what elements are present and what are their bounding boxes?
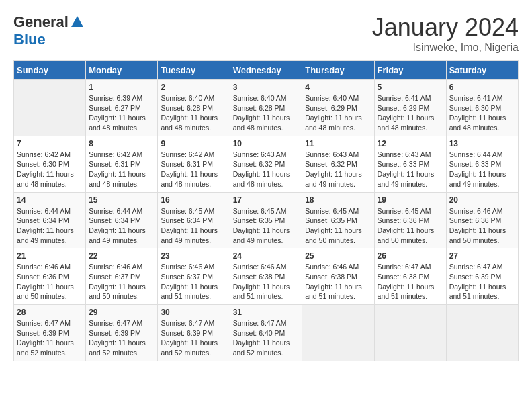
cell-info: Daylight: 11 hours and 48 minutes. [89, 113, 154, 132]
cell-info: Sunset: 6:36 PM [17, 272, 83, 282]
calendar-cell [374, 305, 446, 361]
cell-info: Sunset: 6:39 PM [449, 272, 515, 282]
day-number: 11 [305, 139, 371, 148]
cell-info: Sunrise: 6:47 AM [233, 318, 300, 328]
cell-info: Sunset: 6:34 PM [161, 216, 226, 226]
calendar-week-4: 21Sunrise: 6:46 AMSunset: 6:36 PMDayligh… [14, 248, 519, 305]
calendar-cell: 3Sunrise: 6:40 AMSunset: 6:28 PMDaylight… [230, 80, 302, 136]
cell-info: Sunrise: 6:46 AM [449, 206, 515, 216]
cell-info: Sunrise: 6:46 AM [161, 262, 226, 272]
day-header-friday: Friday [374, 61, 446, 80]
cell-info: Sunrise: 6:40 AM [233, 93, 300, 103]
cell-info: Sunset: 6:32 PM [305, 159, 371, 169]
calendar-week-5: 28Sunrise: 6:47 AMSunset: 6:39 PMDayligh… [14, 305, 519, 361]
calendar-cell: 6Sunrise: 6:41 AMSunset: 6:30 PMDaylight… [446, 80, 518, 136]
cell-info: Daylight: 11 hours and 49 minutes. [449, 169, 515, 189]
cell-info: Sunset: 6:31 PM [89, 159, 154, 169]
cell-info: Sunrise: 6:41 AM [449, 93, 515, 103]
day-number: 22 [89, 251, 154, 261]
cell-info: Sunset: 6:29 PM [378, 103, 443, 113]
cell-info: Sunrise: 6:47 AM [161, 318, 226, 328]
cell-info: Sunset: 6:40 PM [233, 328, 300, 338]
calendar-cell: 29Sunrise: 6:47 AMSunset: 6:39 PMDayligh… [86, 305, 158, 361]
cell-info: Sunset: 6:31 PM [161, 159, 226, 169]
day-header-monday: Monday [86, 61, 158, 80]
cell-info: Sunset: 6:34 PM [89, 216, 154, 226]
cell-info: Sunset: 6:37 PM [161, 272, 226, 282]
svg-marker-0 [71, 16, 83, 27]
day-number: 2 [161, 83, 226, 92]
day-number: 15 [89, 195, 154, 205]
cell-info: Sunrise: 6:47 AM [378, 262, 443, 272]
cell-info: Sunset: 6:29 PM [305, 103, 371, 113]
calendar-cell: 27Sunrise: 6:47 AMSunset: 6:39 PMDayligh… [446, 248, 518, 305]
day-header-tuesday: Tuesday [158, 61, 230, 80]
cell-info: Daylight: 11 hours and 52 minutes. [89, 338, 154, 357]
calendar-table: SundayMondayTuesdayWednesdayThursdayFrid… [13, 60, 519, 361]
cell-info: Sunrise: 6:45 AM [305, 206, 371, 216]
day-number: 20 [449, 195, 515, 205]
month-title: January 2024 [372, 13, 519, 42]
day-number: 12 [378, 139, 443, 148]
cell-info: Sunrise: 6:45 AM [233, 206, 300, 216]
cell-info: Sunrise: 6:46 AM [233, 262, 300, 272]
cell-info: Daylight: 11 hours and 52 minutes. [161, 338, 226, 357]
calendar-cell [446, 305, 518, 361]
calendar-cell [14, 80, 86, 136]
calendar-cell: 30Sunrise: 6:47 AMSunset: 6:39 PMDayligh… [158, 305, 230, 361]
day-number: 13 [449, 139, 515, 148]
day-header-thursday: Thursday [302, 61, 374, 80]
cell-info: Daylight: 11 hours and 49 minutes. [89, 226, 154, 245]
cell-info: Sunrise: 6:47 AM [17, 318, 83, 328]
cell-info: Sunset: 6:27 PM [89, 103, 154, 113]
cell-info: Daylight: 11 hours and 48 minutes. [89, 169, 154, 189]
day-number: 6 [449, 83, 515, 92]
cell-info: Sunset: 6:28 PM [161, 103, 226, 113]
logo-blue-text: Blue [13, 31, 46, 48]
cell-info: Daylight: 11 hours and 51 minutes. [305, 282, 371, 302]
cell-info: Daylight: 11 hours and 48 minutes. [161, 169, 226, 189]
cell-info: Sunset: 6:35 PM [305, 216, 371, 226]
cell-info: Sunrise: 6:46 AM [89, 262, 154, 272]
day-number: 30 [161, 308, 226, 317]
cell-info: Daylight: 11 hours and 51 minutes. [161, 282, 226, 302]
calendar-cell: 18Sunrise: 6:45 AMSunset: 6:35 PMDayligh… [302, 192, 374, 248]
logo: General Blue [13, 13, 85, 48]
day-header-wednesday: Wednesday [230, 61, 302, 80]
day-number: 10 [233, 139, 300, 148]
cell-info: Sunrise: 6:44 AM [89, 206, 154, 216]
location-title: Isinweke, Imo, Nigeria [372, 42, 519, 54]
cell-info: Sunset: 6:39 PM [89, 328, 154, 338]
cell-info: Daylight: 11 hours and 50 minutes. [449, 226, 515, 245]
cell-info: Daylight: 11 hours and 48 minutes. [17, 169, 83, 189]
calendar-cell: 11Sunrise: 6:43 AMSunset: 6:32 PMDayligh… [302, 136, 374, 192]
cell-info: Sunrise: 6:43 AM [233, 150, 300, 160]
cell-info: Daylight: 11 hours and 48 minutes. [449, 113, 515, 132]
calendar-week-3: 14Sunrise: 6:44 AMSunset: 6:34 PMDayligh… [14, 192, 519, 248]
calendar-cell: 19Sunrise: 6:45 AMSunset: 6:36 PMDayligh… [374, 192, 446, 248]
title-block: January 2024 Isinweke, Imo, Nigeria [372, 13, 519, 54]
cell-info: Sunset: 6:36 PM [378, 216, 443, 226]
cell-info: Sunrise: 6:45 AM [378, 206, 443, 216]
day-header-saturday: Saturday [446, 61, 518, 80]
calendar-cell: 24Sunrise: 6:46 AMSunset: 6:38 PMDayligh… [230, 248, 302, 305]
cell-info: Sunset: 6:30 PM [449, 103, 515, 113]
day-number: 28 [17, 308, 83, 317]
day-number: 29 [89, 308, 154, 317]
cell-info: Sunset: 6:33 PM [449, 159, 515, 169]
cell-info: Daylight: 11 hours and 48 minutes. [378, 113, 443, 132]
cell-info: Sunset: 6:32 PM [233, 159, 300, 169]
day-number: 19 [378, 195, 443, 205]
cell-info: Daylight: 11 hours and 51 minutes. [378, 282, 443, 302]
cell-info: Sunrise: 6:45 AM [161, 206, 226, 216]
cell-info: Sunset: 6:39 PM [17, 328, 83, 338]
cell-info: Daylight: 11 hours and 50 minutes. [89, 282, 154, 302]
cell-info: Daylight: 11 hours and 49 minutes. [305, 169, 371, 189]
day-number: 21 [17, 251, 83, 261]
cell-info: Daylight: 11 hours and 50 minutes. [17, 282, 83, 302]
calendar-cell: 17Sunrise: 6:45 AMSunset: 6:35 PMDayligh… [230, 192, 302, 248]
cell-info: Sunrise: 6:42 AM [161, 150, 226, 160]
cell-info: Daylight: 11 hours and 52 minutes. [233, 338, 300, 357]
cell-info: Sunrise: 6:40 AM [161, 93, 226, 103]
calendar-cell: 21Sunrise: 6:46 AMSunset: 6:36 PMDayligh… [14, 248, 86, 305]
